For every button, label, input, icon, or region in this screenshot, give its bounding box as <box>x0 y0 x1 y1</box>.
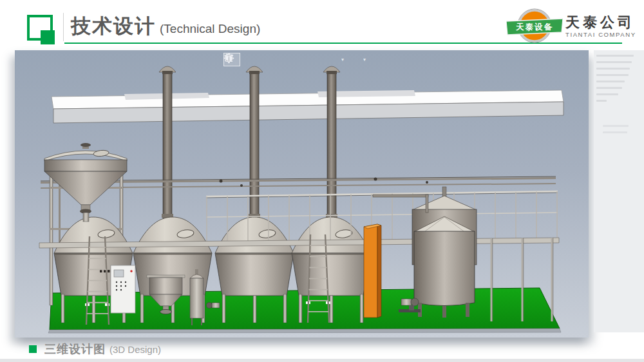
grain-silo <box>44 143 127 222</box>
pan-icon[interactable] <box>240 53 257 66</box>
company-logo: 天泰设备 天泰公司 TIANTAI COMPANY <box>506 8 636 44</box>
caption-zh: 三维设计图 <box>44 341 106 357</box>
green-square-fill-icon <box>41 30 55 44</box>
hot-water-tank-front <box>414 216 475 318</box>
caption-en: (3D Design) <box>109 344 161 355</box>
cad-viewer: ▾ ▾ <box>15 50 589 338</box>
caption: 三维设计图 (3D Design) <box>29 341 161 357</box>
caption-bullet-icon <box>29 345 37 353</box>
orange-column <box>364 224 381 318</box>
header-divider <box>63 13 64 41</box>
faded-side-panel <box>594 50 644 332</box>
logo-badge-text: 天泰设备 <box>515 23 553 32</box>
small-pump <box>207 303 220 309</box>
view-orientation-icon[interactable] <box>346 53 363 66</box>
display-style-icon[interactable] <box>324 53 341 66</box>
display-style-dropdown-caret[interactable]: ▾ <box>341 57 344 62</box>
filter-column <box>190 269 204 325</box>
bottom-strip <box>0 359 644 362</box>
view-orientation-dropdown-caret[interactable]: ▾ <box>363 57 366 62</box>
zoom-in-out-icon[interactable] <box>274 53 290 66</box>
company-name-zh: 天泰公司 <box>565 14 636 31</box>
logo-badge-icon: 天泰设备 <box>506 8 563 44</box>
3d-scene <box>15 50 589 338</box>
chimney-1 <box>159 66 176 219</box>
page-title: 技术设计(Technical Design) <box>71 13 260 40</box>
zoom-to-fit-icon[interactable] <box>307 53 324 66</box>
company-name-en: TIANTAI COMPANY <box>565 31 636 38</box>
rotate-view-icon[interactable] <box>257 53 274 66</box>
roof-canopy <box>52 90 564 123</box>
zoom-to-area-icon[interactable] <box>290 53 307 66</box>
control-cabinet <box>111 265 135 313</box>
cad-toolbar: ▾ ▾ <box>223 53 368 66</box>
page-title-zh: 技术设计 <box>71 15 156 37</box>
presentation-slide: 技术设计(Technical Design) 天泰设备 天泰公司 TIANTAI… <box>0 0 644 362</box>
page-title-en: (Technical Design) <box>160 22 260 35</box>
